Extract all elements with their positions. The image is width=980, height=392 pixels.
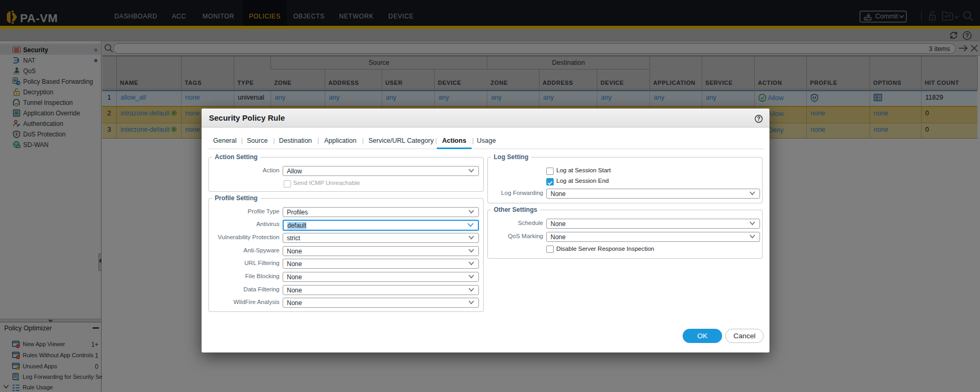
svg-text:?: ? xyxy=(757,115,760,122)
